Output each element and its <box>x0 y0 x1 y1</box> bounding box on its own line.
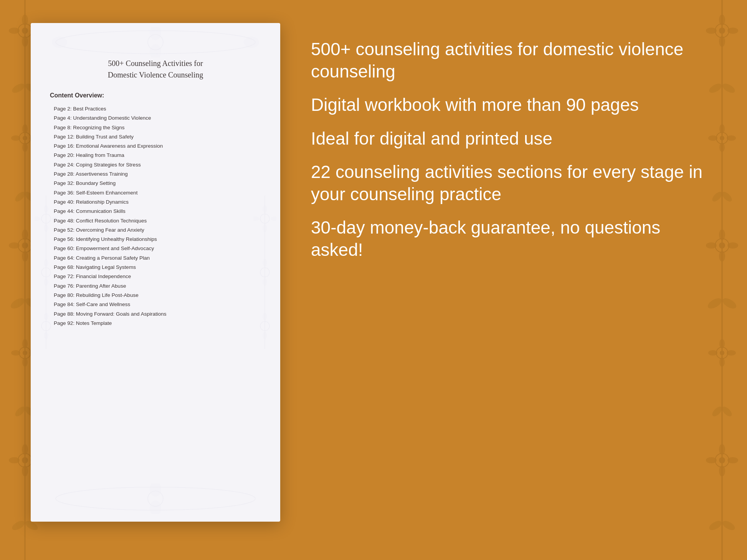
toc-item: Page 52: Overcoming Fear and Anxiety <box>50 226 261 235</box>
toc-item: Page 80: Rebuilding Life Post-Abuse <box>50 291 261 300</box>
svg-point-101 <box>41 321 51 331</box>
svg-point-98 <box>41 268 51 277</box>
svg-point-115 <box>263 332 267 339</box>
svg-point-95 <box>44 224 48 232</box>
main-content: 500+ Counseling Activities for Domestic … <box>0 0 747 560</box>
toc-item: Page 76: Parenting After Abuse <box>50 282 261 291</box>
feature-text-4: 30-day money-back guarantee, no question… <box>311 217 716 261</box>
right-panel: 500+ counseling activities for domestic … <box>311 23 716 268</box>
svg-point-89 <box>148 491 163 506</box>
svg-point-113 <box>260 321 269 331</box>
feature-block-4: 30-day money-back guarantee, no question… <box>311 217 716 261</box>
toc-item: Page 68: Navigating Legal Systems <box>50 263 261 272</box>
toc-section-title: Content Overview: <box>50 92 261 99</box>
svg-point-94 <box>44 205 48 213</box>
svg-point-90 <box>150 483 161 497</box>
toc-item: Page 8: Recognizing the Signs <box>50 123 261 132</box>
toc-list: Page 2: Best PracticesPage 4: Understand… <box>50 104 261 328</box>
toc-item: Page 40: Relationship Dynamics <box>50 198 261 207</box>
svg-point-84 <box>150 27 161 40</box>
feature-text-0: 500+ counseling activities for domestic … <box>311 38 716 82</box>
toc-item: Page 92: Notes Template <box>50 319 261 328</box>
toc-item: Page 2: Best Practices <box>50 104 261 114</box>
svg-point-114 <box>263 313 267 320</box>
feature-block-0: 500+ counseling activities for domestic … <box>311 38 716 82</box>
svg-point-109 <box>271 216 276 221</box>
toc-item: Page 64: Creating a Personal Safety Plan <box>50 254 261 263</box>
svg-point-103 <box>44 332 48 339</box>
svg-point-112 <box>263 278 267 286</box>
svg-point-96 <box>35 216 40 221</box>
toc-item: Page 32: Boundary Setting <box>50 179 261 188</box>
toc-item: Page 88: Moving Forward: Goals and Aspir… <box>50 310 261 319</box>
svg-point-93 <box>41 214 51 223</box>
svg-point-102 <box>44 313 48 320</box>
svg-point-107 <box>263 224 267 232</box>
svg-point-82 <box>56 31 255 54</box>
toc-item: Page 16: Emotional Awareness and Express… <box>50 142 261 151</box>
toc-item: Page 20: Healing from Trauma <box>50 151 261 160</box>
document-title: 500+ Counseling Activities for Domestic … <box>50 58 261 81</box>
feature-block-1: Digital workbook with more than 90 pages <box>311 94 716 116</box>
svg-point-88 <box>56 487 255 510</box>
toc-item: Page 4: Understanding Domestic Violence <box>50 114 261 123</box>
toc-item: Page 60: Empowerment and Self-Advocacy <box>50 244 261 253</box>
toc-item: Page 72: Financial Independence <box>50 272 261 281</box>
svg-point-111 <box>263 259 267 267</box>
svg-point-105 <box>260 214 269 223</box>
toc-item: Page 12: Building Trust and Safety <box>50 132 261 142</box>
feature-text-3: 22 counseling activities sections for ev… <box>311 161 716 205</box>
feature-text-1: Digital workbook with more than 90 pages <box>311 94 716 116</box>
toc-item: Page 44: Communication Skills <box>50 207 261 216</box>
svg-point-87 <box>244 36 259 48</box>
svg-point-91 <box>150 501 161 514</box>
feature-text-2: Ideal for digital and printed use <box>311 128 716 150</box>
svg-point-100 <box>44 278 48 286</box>
svg-point-106 <box>263 205 267 213</box>
feature-block-2: Ideal for digital and printed use <box>311 128 716 150</box>
toc-item: Page 84: Self-Care and Wellness <box>50 300 261 309</box>
toc-item: Page 56: Identifying Unhealthy Relations… <box>50 235 261 244</box>
svg-point-86 <box>52 36 67 48</box>
feature-block-3: 22 counseling activities sections for ev… <box>311 161 716 205</box>
toc-item: Page 28: Assertiveness Training <box>50 170 261 179</box>
svg-point-99 <box>44 259 48 267</box>
document-card: 500+ Counseling Activities for Domestic … <box>31 23 280 522</box>
toc-item: Page 24: Coping Strategies for Stress <box>50 160 261 170</box>
svg-point-85 <box>150 44 161 58</box>
toc-item: Page 48: Conflict Resolution Techniques <box>50 216 261 226</box>
toc-item: Page 36: Self-Esteem Enhancement <box>50 188 261 198</box>
svg-point-110 <box>260 268 269 277</box>
svg-point-83 <box>148 35 163 50</box>
